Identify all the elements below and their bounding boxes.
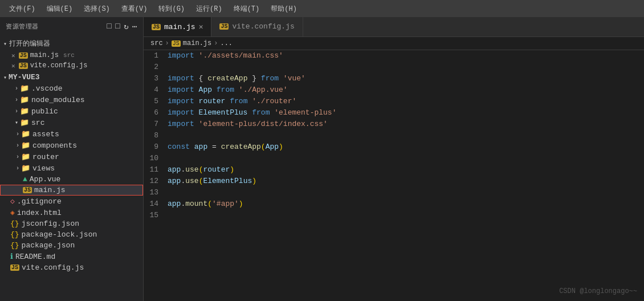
node-modules-arrow: › — [15, 97, 18, 103]
line-num-8: 8 — [144, 130, 168, 141]
index-html-label: index.html — [17, 209, 62, 217]
router-label: router — [32, 153, 59, 161]
public-label: public — [31, 107, 58, 116]
file-tree: ▾ MY-VUE3 › 📁 .vscode › 📁 node_modules ›… — [0, 72, 143, 301]
menu-goto[interactable]: 转到(G) — [154, 2, 189, 16]
open-editor-vite-config-label: vite.config.js — [30, 62, 88, 70]
tab-main-js-close[interactable]: ✕ — [199, 22, 203, 31]
public-folder-icon: 📁 — [20, 107, 29, 116]
code-line-2: 2 — [144, 62, 644, 73]
open-editor-vite-config[interactable]: ✕ JS vite.config.js — [0, 60, 143, 71]
line-num-14: 14 — [144, 198, 168, 210]
tree-views[interactable]: › 📁 views — [0, 162, 143, 174]
menu-select[interactable]: 选择(S) — [79, 2, 115, 16]
tab-main-js-label: main.js — [164, 23, 195, 31]
open-editor-main-js-tag: src — [63, 52, 75, 59]
line-num-4: 4 — [144, 84, 168, 96]
open-editors-label: 打开的编辑器 — [9, 39, 50, 48]
readme-icon: ℹ — [10, 252, 13, 261]
src-label: src — [31, 119, 44, 127]
app-vue-icon: ▲ — [23, 175, 27, 184]
sidebar-title: 资源管理器 — [6, 22, 39, 31]
vscode-arrow: › — [15, 86, 18, 92]
close-vite-config-icon[interactable]: ✕ — [11, 62, 15, 70]
tree-vscode[interactable]: › 📁 .vscode — [0, 83, 143, 94]
readme-label: README.md — [15, 253, 55, 261]
menu-run[interactable]: 运行(R) — [191, 2, 227, 16]
line-num-1: 1 — [144, 50, 168, 62]
code-line-9: 9 const app = createApp(App) — [144, 141, 644, 153]
tree-gitignore[interactable]: ◇ .gitignore — [0, 196, 143, 207]
open-editor-main-js-label: main.js — [30, 51, 59, 59]
line-content-5: import router from './router' — [168, 96, 644, 107]
assets-label: assets — [32, 130, 59, 139]
vite-config-js-icon: JS — [10, 265, 19, 271]
tree-vite-config-js[interactable]: JS vite.config.js — [0, 262, 143, 273]
open-editor-main-js[interactable]: ✕ JS main.js src — [0, 50, 143, 60]
tree-readme-md[interactable]: ℹ README.md — [0, 251, 143, 262]
main-js-icon: JS — [23, 187, 32, 193]
breadcrumb-ellipsis: ... — [220, 39, 233, 47]
line-num-15: 15 — [144, 210, 168, 221]
views-arrow: › — [16, 165, 19, 172]
tree-public[interactable]: › 📁 public — [0, 105, 143, 117]
new-folder-icon[interactable]: □ — [115, 22, 120, 31]
tree-index-html[interactable]: ◈ index.html — [0, 207, 143, 218]
package-lock-label: package-lock.json — [22, 230, 97, 239]
tree-package-lock-json[interactable]: {} package-lock.json — [0, 229, 143, 240]
open-editors-toggle[interactable]: ▾ 打开的编辑器 — [0, 37, 143, 50]
close-main-js-icon[interactable]: ✕ — [11, 52, 15, 59]
line-num-5: 5 — [144, 96, 168, 107]
sidebar: 资源管理器 □ □ ↻ ⋯ ▾ 打开的编辑器 ✕ JS main.js src … — [0, 17, 144, 301]
tab-main-js[interactable]: JS main.js ✕ — [144, 17, 211, 36]
code-line-15: 15 — [144, 210, 644, 221]
watermark: CSDN @longlongago~~ — [559, 287, 637, 295]
project-root[interactable]: ▾ MY-VUE3 — [0, 72, 143, 83]
components-arrow: › — [16, 143, 19, 149]
collapse-icon[interactable]: ⋯ — [132, 22, 137, 31]
breadcrumb-js-icon-small: JS — [172, 40, 181, 47]
menu-edit[interactable]: 编辑(E) — [42, 2, 78, 16]
new-file-icon[interactable]: □ — [107, 22, 112, 31]
assets-arrow: › — [16, 131, 19, 137]
tree-components[interactable]: › 📁 components — [0, 140, 143, 151]
src-arrow: ▾ — [15, 119, 18, 126]
breadcrumb-main-js[interactable]: main.js — [183, 39, 211, 47]
menu-file[interactable]: 文件(F) — [5, 2, 40, 16]
code-line-5: 5 import router from './router' — [144, 96, 644, 107]
tab-vite-config[interactable]: JS vite.config.js — [211, 17, 303, 36]
src-folder-icon: 📁 — [20, 118, 29, 127]
line-num-13: 13 — [144, 187, 168, 198]
line-content-4: import App from './App.vue' — [168, 84, 644, 96]
refresh-icon[interactable]: ↻ — [124, 22, 129, 31]
line-content-9: const app = createApp(App) — [168, 141, 644, 153]
tree-node-modules[interactable]: › 📁 node_modules — [0, 94, 143, 105]
breadcrumb-sep-1: › — [165, 39, 169, 47]
node-modules-label: node_modules — [31, 96, 85, 104]
tree-router[interactable]: › 📁 router — [0, 151, 143, 162]
menu-terminal[interactable]: 终端(T) — [229, 2, 264, 16]
code-editor[interactable]: 1 import './assets/main.css' 2 3 import … — [144, 50, 644, 301]
breadcrumb-src[interactable]: src — [150, 39, 163, 47]
code-line-14: 14 app.mount('#app') — [144, 198, 644, 210]
tree-app-vue[interactable]: ▲ App.vue — [0, 174, 143, 185]
tree-main-js[interactable]: JS main.js — [0, 185, 143, 196]
package-lock-icon: {} — [10, 230, 19, 239]
node-modules-folder-icon: 📁 — [20, 95, 29, 104]
code-line-8: 8 — [144, 130, 644, 141]
line-content-1: import './assets/main.css' — [168, 50, 644, 62]
tree-package-json[interactable]: {} package.json — [0, 240, 143, 251]
vscode-folder-icon: 📁 — [20, 84, 29, 93]
tree-jsconfig-json[interactable]: {} jsconfig.json — [0, 218, 143, 229]
project-root-arrow: ▾ — [3, 74, 7, 81]
assets-folder-icon: 📁 — [21, 129, 30, 139]
open-editors-arrow: ▾ — [3, 40, 7, 47]
components-label: components — [32, 141, 77, 150]
menu-help[interactable]: 帮助(H) — [266, 2, 301, 16]
router-arrow: › — [16, 154, 19, 160]
main-layout: 资源管理器 □ □ ↻ ⋯ ▾ 打开的编辑器 ✕ JS main.js src … — [0, 17, 644, 301]
tree-assets[interactable]: › 📁 assets — [0, 128, 143, 140]
menu-view[interactable]: 查看(V) — [117, 2, 152, 16]
tab-main-js-icon: JS — [152, 24, 161, 30]
tree-src[interactable]: ▾ 📁 src — [0, 117, 143, 128]
